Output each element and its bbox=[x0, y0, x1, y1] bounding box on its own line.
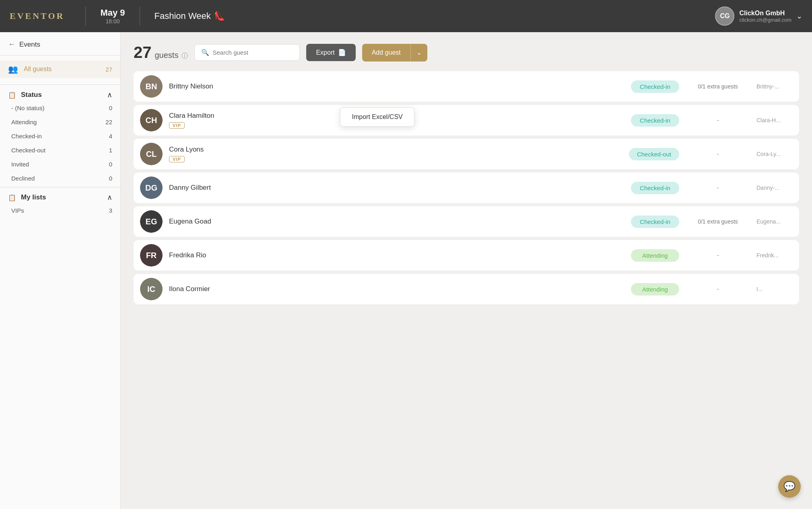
list-item-label: VIPs bbox=[11, 207, 24, 214]
back-to-events[interactable]: ← Events bbox=[0, 32, 120, 55]
status-item-label: Attending bbox=[11, 119, 37, 125]
user-name: ClickOn GmbH bbox=[739, 10, 791, 17]
sidebar-status-item[interactable]: Attending22 bbox=[0, 115, 120, 129]
list-items-list: VIPs3 bbox=[0, 203, 120, 218]
guest-row[interactable]: CH Clara Hamilton VIP Checked-in - Clara… bbox=[134, 105, 799, 135]
user-email: clickon.ch@gmail.com bbox=[739, 17, 791, 23]
status-item-count: 0 bbox=[109, 161, 112, 168]
status-badge: Checked-in bbox=[631, 114, 679, 127]
event-time: 18:00 bbox=[105, 18, 120, 25]
event-date: May 9 bbox=[100, 8, 125, 18]
guest-avatar: IC bbox=[140, 278, 163, 300]
sidebar: ← Events 👥 All guests 27 📋 Status ∧ - (N… bbox=[0, 32, 121, 509]
guest-info: Brittny Nielson bbox=[169, 82, 624, 90]
guest-info: Eugena Goad bbox=[169, 218, 624, 226]
status-item-label: Checked-out bbox=[11, 147, 45, 154]
search-icon: 🔍 bbox=[201, 49, 209, 56]
add-guest-button[interactable]: Add guest ⌄ bbox=[362, 44, 427, 62]
guest-extra: - bbox=[686, 185, 750, 191]
guest-avatar: CL bbox=[140, 143, 163, 165]
account-chevron-icon[interactable]: ⌄ bbox=[796, 12, 802, 21]
main-content: 27 guests ⓘ 🔍 Export 📄 Add guest ⌄ bbox=[121, 32, 812, 509]
vip-badge: VIP bbox=[169, 156, 185, 162]
status-item-count: 22 bbox=[105, 119, 112, 125]
search-box: 🔍 bbox=[194, 44, 300, 61]
guest-email: I... bbox=[756, 286, 793, 292]
status-items-list: - (No status)0Attending22Checked-in4Chec… bbox=[0, 101, 120, 185]
guest-count: 27 guests ⓘ bbox=[134, 43, 188, 62]
event-title: Fashion Week 👠 bbox=[155, 11, 225, 21]
guest-info: Fredrika Rio bbox=[169, 251, 624, 259]
status-badge: Checked-in bbox=[631, 80, 679, 93]
my-lists-label: My lists bbox=[21, 193, 46, 201]
my-lists-category[interactable]: 📋 My lists ∧ bbox=[0, 189, 120, 203]
vip-badge: VIP bbox=[169, 122, 185, 129]
sidebar-divider-2 bbox=[0, 187, 120, 187]
guest-info: Ilona Cormier bbox=[169, 285, 624, 293]
header-divider-2 bbox=[140, 6, 140, 26]
guest-name: Danny Gilbert bbox=[169, 184, 624, 192]
guest-row[interactable]: FR Fredrika Rio Attending - Fredrik... bbox=[134, 240, 799, 271]
status-item-label: Invited bbox=[11, 161, 29, 168]
all-guests-section: 👥 All guests 27 bbox=[0, 55, 120, 83]
guest-name: Ilona Cormier bbox=[169, 285, 624, 293]
guest-row[interactable]: BN Brittny Nielson Checked-in 0/1 extra … bbox=[134, 71, 799, 102]
guest-extra: - bbox=[686, 117, 750, 123]
guest-email: Clara-H... bbox=[756, 117, 793, 123]
status-label: Status bbox=[21, 91, 42, 99]
all-guests-left: 👥 All guests bbox=[8, 64, 52, 74]
status-category[interactable]: 📋 Status ∧ bbox=[0, 86, 120, 101]
import-excel-option[interactable]: Import Excel/CSV bbox=[340, 108, 414, 126]
my-lists-icon: 📋 bbox=[8, 194, 16, 201]
logo: EVENTOR bbox=[10, 11, 64, 21]
status-item-count: 1 bbox=[109, 147, 112, 154]
main-layout: ← Events 👥 All guests 27 📋 Status ∧ - (N… bbox=[0, 32, 812, 509]
guest-name: Eugena Goad bbox=[169, 218, 624, 226]
status-badge: Checked-in bbox=[631, 182, 679, 194]
add-guest-dropdown: Import Excel/CSV bbox=[340, 107, 414, 127]
status-badge: Attending bbox=[631, 249, 679, 262]
status-badge: Attending bbox=[631, 283, 679, 296]
guest-email: Cora-Ly... bbox=[756, 151, 793, 157]
add-chevron-icon[interactable]: ⌄ bbox=[411, 44, 427, 61]
avatar-initials: CL bbox=[140, 143, 163, 165]
search-input[interactable] bbox=[212, 49, 293, 56]
header-divider bbox=[85, 6, 86, 26]
status-badge: Checked-out bbox=[629, 148, 679, 160]
list-item-count: 3 bbox=[109, 207, 112, 214]
guest-extra: 0/1 extra guests bbox=[686, 218, 750, 225]
guest-info: Cora Lyons VIP bbox=[169, 146, 622, 162]
guest-email: Eugena... bbox=[756, 218, 793, 225]
guest-email: Brittny-... bbox=[756, 83, 793, 90]
guest-list: BN Brittny Nielson Checked-in 0/1 extra … bbox=[134, 71, 799, 308]
guest-extra: - bbox=[686, 252, 750, 259]
guest-row[interactable]: CL Cora Lyons VIP Checked-out - Cora-Ly.… bbox=[134, 139, 799, 169]
status-chevron-icon: ∧ bbox=[107, 90, 112, 99]
all-guests-label: All guests bbox=[24, 66, 52, 73]
back-label: Events bbox=[19, 41, 40, 49]
chat-bubble-button[interactable]: 💬 bbox=[778, 475, 801, 498]
sidebar-list-item[interactable]: VIPs3 bbox=[0, 203, 120, 218]
guest-row[interactable]: EG Eugena Goad Checked-in 0/1 extra gues… bbox=[134, 206, 799, 237]
guest-extra: - bbox=[686, 151, 750, 157]
sidebar-status-item[interactable]: Checked-out1 bbox=[0, 143, 120, 157]
guest-row[interactable]: IC Ilona Cormier Attending - I... bbox=[134, 274, 799, 304]
sidebar-item-all-guests[interactable]: 👥 All guests 27 bbox=[0, 60, 120, 78]
avatar: CG bbox=[715, 6, 734, 26]
export-button[interactable]: Export 📄 bbox=[306, 44, 355, 61]
info-icon[interactable]: ⓘ bbox=[181, 52, 188, 60]
status-item-count: 0 bbox=[109, 105, 112, 111]
sidebar-status-item[interactable]: - (No status)0 bbox=[0, 101, 120, 115]
status-item-label: - (No status) bbox=[11, 105, 45, 111]
avatar-initials: EG bbox=[140, 210, 163, 233]
back-arrow-icon: ← bbox=[8, 40, 15, 49]
guest-row[interactable]: DG Danny Gilbert Checked-in - Danny-... bbox=[134, 172, 799, 203]
sidebar-status-item[interactable]: Checked-in4 bbox=[0, 129, 120, 143]
avatar-initials: FR bbox=[140, 244, 163, 267]
guest-extra: 0/1 extra guests bbox=[686, 83, 750, 90]
sidebar-status-item[interactable]: Declined0 bbox=[0, 171, 120, 185]
sidebar-status-item[interactable]: Invited0 bbox=[0, 157, 120, 171]
guest-avatar: FR bbox=[140, 244, 163, 267]
guest-avatar: EG bbox=[140, 210, 163, 233]
chat-icon: 💬 bbox=[783, 481, 796, 492]
